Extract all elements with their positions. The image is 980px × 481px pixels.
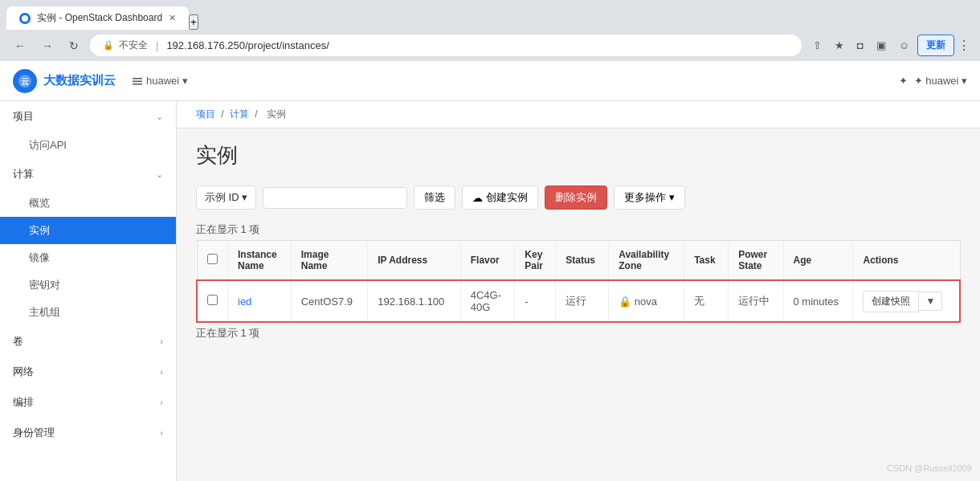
sidebar-compute-label: 计算 xyxy=(13,167,34,181)
back-button[interactable]: ← xyxy=(10,36,31,55)
sidebar-item-project[interactable]: 项目 ⌄ xyxy=(0,101,176,132)
header-image-name: ImageName xyxy=(291,241,367,281)
sidebar-item-instances[interactable]: 实例 xyxy=(0,217,176,244)
action-dropdown-button[interactable]: ▼ xyxy=(919,291,942,311)
sidebar-item-identity[interactable]: 身份管理 › xyxy=(0,418,176,448)
row-checkbox-cell xyxy=(197,280,228,322)
hostgroups-label: 主机组 xyxy=(29,305,60,320)
sidebar-item-images[interactable]: 镜像 xyxy=(0,244,176,271)
row-task: 无 xyxy=(684,280,729,322)
sidebar-section-project: 项目 ⌄ 访问API xyxy=(0,101,176,159)
instance-name-link[interactable]: ied xyxy=(238,296,251,308)
create-instance-button[interactable]: ☁ 创建实例 xyxy=(462,185,538,210)
chevron-down-icon-compute: ⌄ xyxy=(156,169,163,180)
breadcrumb-sep1: / xyxy=(221,108,227,120)
breadcrumb-compute[interactable]: 计算 xyxy=(230,108,249,120)
row-key-pair: - xyxy=(515,280,556,322)
breadcrumb-project[interactable]: 项目 xyxy=(196,108,215,120)
avatar-button[interactable]: ☺ xyxy=(894,36,914,55)
bookmark-button[interactable]: ★ xyxy=(830,36,849,55)
share-button[interactable]: ⇧ xyxy=(808,36,827,55)
identity-label: 身份管理 xyxy=(13,426,55,440)
header-status: Status xyxy=(556,241,609,281)
sidebar-section-volumes: 卷 › xyxy=(0,326,176,357)
sidebar-item-keypairs[interactable]: 密钥对 xyxy=(0,271,176,299)
update-browser-button[interactable]: 更新 xyxy=(917,35,954,56)
filter-input[interactable] xyxy=(263,187,407,209)
svg-rect-4 xyxy=(133,80,142,82)
url-bar[interactable]: 🔒 不安全 | 192.168.176.250/project/instance… xyxy=(90,35,802,56)
sidebar-item-network[interactable]: 网络 › xyxy=(0,357,176,387)
browser-menu-button[interactable]: ⋮ xyxy=(958,38,970,53)
delete-instance-button[interactable]: 删除实例 xyxy=(545,185,607,210)
app-body: 项目 ⌄ 访问API 计算 ⌄ 概览 实例 镜像 密钥对 xyxy=(0,101,980,481)
user-menu[interactable]: ✦ ✦ huawei ▾ xyxy=(899,75,967,87)
row-checkbox[interactable] xyxy=(207,295,218,305)
showing-count-top: 正在显示 1 项 xyxy=(177,219,980,240)
header-power-state: PowerState xyxy=(729,241,783,281)
header-task: Task xyxy=(684,241,729,281)
app-logo: 云 大数据实训云 xyxy=(13,69,116,93)
create-snapshot-button[interactable]: 创建快照 xyxy=(863,291,919,312)
breadcrumb: 项目 / 计算 / 实例 xyxy=(177,101,980,128)
breadcrumb-sep2: / xyxy=(255,108,260,120)
sidebar-item-volumes[interactable]: 卷 › xyxy=(0,326,176,357)
row-status: 运行 xyxy=(556,280,609,322)
username-label: ✦ huawei ▾ xyxy=(914,75,967,87)
row-availability-zone: 🔒 nova xyxy=(609,280,684,322)
chevron-down-icon: ⌄ xyxy=(156,112,163,122)
instances-table: InstanceName ImageName IP Address Flavor… xyxy=(196,240,961,323)
forward-button[interactable]: → xyxy=(37,36,58,55)
sidebar-item-overview[interactable]: 概览 xyxy=(0,190,176,217)
select-all-checkbox[interactable] xyxy=(207,254,218,264)
tab-bar: 实例 - OpenStack Dashboard ✕ + xyxy=(0,0,980,30)
chevron-right-icon-network: › xyxy=(160,367,163,377)
table-header-row: InstanceName ImageName IP Address Flavor… xyxy=(197,241,960,281)
svg-text:云: 云 xyxy=(21,77,29,86)
access-api-label: 访问API xyxy=(29,138,67,153)
filter-button[interactable]: 筛选 xyxy=(414,185,455,210)
sidebar-item-access-api[interactable]: 访问API xyxy=(0,132,176,159)
sidebar-item-hostgroups[interactable]: 主机组 xyxy=(0,299,176,326)
active-tab[interactable]: 实例 - OpenStack Dashboard ✕ xyxy=(6,6,189,30)
close-tab-button[interactable]: ✕ xyxy=(169,13,176,23)
header-age: Age xyxy=(783,241,853,281)
actions-cell: 创建快照 ▼ xyxy=(863,291,949,312)
header-ip-address: IP Address xyxy=(368,241,461,281)
breadcrumb-instances: 实例 xyxy=(267,108,286,120)
reload-button[interactable]: ↻ xyxy=(64,36,84,55)
profile-button[interactable]: ▣ xyxy=(872,36,891,55)
tab-label: 实例 - OpenStack Dashboard xyxy=(37,11,162,25)
project-selector[interactable]: huawei ▾ xyxy=(132,75,188,87)
row-instance-name: ied xyxy=(228,280,292,322)
favicon-icon xyxy=(19,13,31,24)
main-content: 项目 / 计算 / 实例 实例 示例 ID ▾ 筛选 ☁ 创建实例 删除实例 更… xyxy=(177,101,980,481)
header-availability-zone: AvailabilityZone xyxy=(609,241,684,281)
row-flavor: 4C4G-40G xyxy=(460,280,515,322)
row-age: 0 minutes xyxy=(783,280,853,322)
new-tab-button[interactable]: + xyxy=(189,14,198,30)
project-name: huawei ▾ xyxy=(146,75,188,87)
svg-rect-3 xyxy=(133,78,142,79)
header-checkbox-cell xyxy=(197,241,228,281)
extension-button[interactable]: ◘ xyxy=(852,36,868,55)
sidebar-item-orchestration[interactable]: 编排 › xyxy=(0,387,176,418)
sidebar-section-compute: 计算 ⌄ 概览 实例 镜像 密钥对 主机组 xyxy=(0,159,176,326)
table-container: InstanceName ImageName IP Address Flavor… xyxy=(177,240,980,323)
showing-count-bottom: 正在显示 1 项 xyxy=(177,323,980,344)
svg-point-0 xyxy=(22,15,28,22)
browser-chrome: 实例 - OpenStack Dashboard ✕ + ← → ↻ 🔒 不安全… xyxy=(0,0,980,61)
orchestration-label: 编排 xyxy=(13,395,34,410)
sidebar-project-label: 项目 xyxy=(13,109,34,124)
header-actions: Actions xyxy=(853,241,960,281)
logo-icon: 云 xyxy=(13,69,37,93)
header-instance-name: InstanceName xyxy=(228,241,292,281)
header-key-pair: KeyPair xyxy=(515,241,556,281)
sidebar-section-identity: 身份管理 › xyxy=(0,418,176,448)
sidebar: 项目 ⌄ 访问API 计算 ⌄ 概览 实例 镜像 密钥对 xyxy=(0,101,177,481)
app-header: 云 大数据实训云 huawei ▾ ✦ ✦ huawei ▾ xyxy=(0,61,980,101)
more-actions-button[interactable]: 更多操作 ▾ xyxy=(614,185,685,210)
sidebar-item-compute[interactable]: 计算 ⌄ xyxy=(0,159,176,190)
svg-rect-5 xyxy=(133,84,142,85)
filter-dropdown[interactable]: 示例 ID ▾ xyxy=(196,185,256,210)
